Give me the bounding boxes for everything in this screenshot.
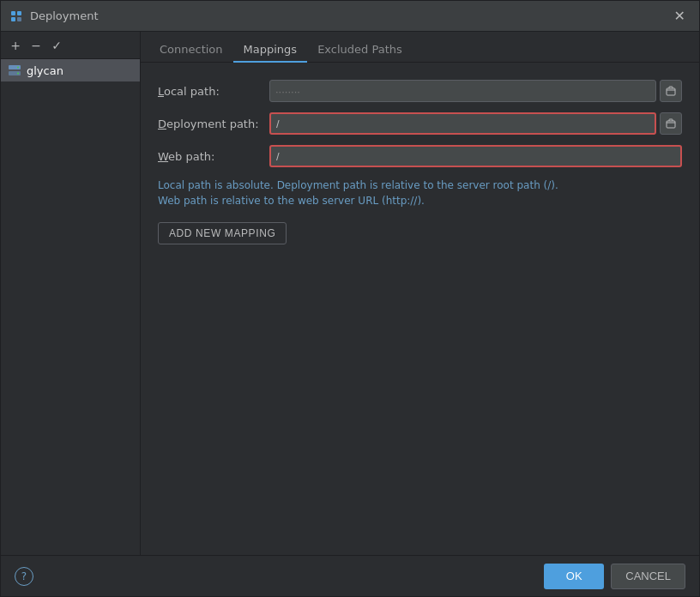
svg-rect-3 xyxy=(17,17,21,21)
local-path-input-group xyxy=(269,80,682,102)
dialog-body: + − ✓ glycan xyxy=(1,32,699,555)
svg-rect-9 xyxy=(667,121,675,128)
dialog-title: Deployment xyxy=(30,9,669,22)
deployment-path-label: Deployment path: xyxy=(158,118,269,130)
deployment-path-input-group xyxy=(269,112,682,135)
deployment-path-input[interactable] xyxy=(269,112,656,135)
check-button[interactable]: ✓ xyxy=(47,36,66,55)
tab-connection[interactable]: Connection xyxy=(149,38,233,63)
add-new-mapping-button[interactable]: ADD NEW MAPPING xyxy=(158,222,287,244)
add-server-button[interactable]: + xyxy=(6,36,25,55)
web-path-label: Web path: xyxy=(158,150,269,163)
web-path-input[interactable] xyxy=(269,145,682,167)
local-path-input[interactable] xyxy=(269,80,656,102)
main-area: Connection Mappings Excluded Paths Local… xyxy=(141,32,699,555)
sidebar-item-label: glycan xyxy=(27,64,63,77)
svg-point-7 xyxy=(17,73,19,75)
web-path-row: Web path: xyxy=(158,145,682,167)
svg-point-6 xyxy=(17,67,19,69)
sidebar: + − ✓ glycan xyxy=(1,32,141,555)
footer-right: OK CANCEL xyxy=(544,564,685,589)
server-list: glycan xyxy=(1,59,140,555)
local-path-browse-button[interactable] xyxy=(660,80,682,102)
svg-rect-8 xyxy=(667,88,675,95)
remove-server-button[interactable]: − xyxy=(27,36,45,55)
deployment-path-row: Deployment path: xyxy=(158,112,682,135)
footer-left: ? xyxy=(15,567,33,586)
info-line1: Local path is absolute. Deployment path … xyxy=(158,178,682,193)
local-path-row: Local path: xyxy=(158,80,682,102)
tab-excluded-paths[interactable]: Excluded Paths xyxy=(307,38,413,63)
sidebar-toolbar: + − ✓ xyxy=(1,32,140,59)
tab-bar: Connection Mappings Excluded Paths xyxy=(141,32,699,63)
web-path-input-group xyxy=(269,145,682,167)
info-line2: Web path is relative to the web server U… xyxy=(158,193,682,208)
dialog-footer: ? OK CANCEL xyxy=(1,555,699,596)
help-button[interactable]: ? xyxy=(15,567,33,586)
deployment-path-browse-button[interactable] xyxy=(660,112,682,135)
info-text: Local path is absolute. Deployment path … xyxy=(158,178,682,208)
cancel-button[interactable]: CANCEL xyxy=(611,564,685,589)
mappings-content: Local path: xyxy=(141,63,699,555)
svg-rect-2 xyxy=(11,17,15,21)
tab-mappings[interactable]: Mappings xyxy=(233,38,308,63)
local-path-label: Local path: xyxy=(158,85,269,98)
title-bar: Deployment ✕ xyxy=(1,1,699,32)
server-icon xyxy=(8,63,21,77)
app-icon xyxy=(9,9,23,23)
ok-button[interactable]: OK xyxy=(544,564,604,589)
svg-rect-1 xyxy=(17,11,21,15)
sidebar-item-glycan[interactable]: glycan xyxy=(1,59,140,81)
close-button[interactable]: ✕ xyxy=(669,8,691,25)
deployment-dialog: Deployment ✕ + − ✓ xyxy=(0,0,700,597)
svg-rect-0 xyxy=(11,11,15,15)
